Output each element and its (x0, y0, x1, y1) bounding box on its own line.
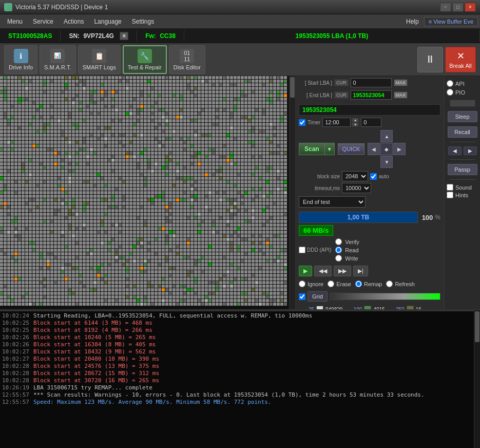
rwv-section: DDD (API) Verify Read Write (299, 238, 440, 262)
nav-left-button[interactable]: ◀ (368, 143, 380, 155)
drive-fw: CC38 (160, 32, 176, 40)
log-content[interactable]: 10:02:24Starting Reading, LBA=0..1953523… (0, 310, 474, 448)
sn-x-button[interactable]: × (120, 32, 128, 40)
play-button[interactable]: ▶ (299, 266, 312, 276)
log-line: 10:02:26Block start at 10240 (5 MB) = 26… (2, 334, 472, 341)
sleep-button[interactable]: Sleep (448, 111, 477, 122)
drive-model: ST31000528AS (0, 30, 61, 42)
log-time: 10:02:27 (2, 356, 29, 362)
log-scroll-thumb[interactable] (475, 311, 479, 342)
scan-dropdown-button[interactable]: ▼ (325, 143, 335, 155)
hints-row: Hints (447, 192, 478, 198)
test-repair-icon: 🔧 (138, 49, 152, 63)
refresh-label: Refresh (395, 281, 415, 287)
write-radio[interactable] (335, 255, 342, 262)
legend-items: 25 949829 100 4015 250 16 1,0s 9 (299, 306, 440, 309)
verify-label: Verify (345, 239, 359, 245)
timeout-select[interactable]: 10000 (342, 183, 371, 193)
remap-radio[interactable] (355, 281, 362, 287)
log-scrollbar[interactable] (474, 310, 480, 448)
passp-button[interactable]: Passp (448, 164, 477, 175)
write-label: Write (345, 255, 358, 262)
ignore-radio[interactable] (299, 281, 305, 287)
read-radio[interactable] (335, 247, 342, 253)
time-down-button[interactable]: ▼ (352, 122, 359, 127)
disk-editor-button[interactable]: 0111 Disk Editor (169, 45, 205, 74)
start-cur-badge: CUR (334, 79, 349, 86)
erase-radio[interactable] (328, 281, 334, 287)
menu-item-menu[interactable]: Menu (2, 16, 28, 27)
pio-radio[interactable] (447, 89, 453, 96)
scan-button[interactable]: Scan (299, 143, 325, 155)
menu-item-actions[interactable]: Actions (59, 16, 89, 27)
grid-checkbox[interactable] (299, 293, 305, 300)
app-icon (4, 3, 12, 11)
write-radio-row: Write (335, 255, 359, 262)
log-time: 10:02:25 (2, 327, 29, 333)
ignore-row: Ignore (299, 281, 323, 287)
maximize-button[interactable]: □ (452, 3, 464, 12)
ier-group: Ignore Erase Remap Refresh (299, 281, 440, 287)
break-all-button[interactable]: ✕ Break All (445, 47, 476, 72)
quick-button[interactable]: QUICK (338, 143, 365, 155)
auto-checkbox[interactable] (370, 173, 377, 180)
close-button[interactable]: × (465, 3, 476, 12)
pio-radio-row: PIO (447, 89, 478, 96)
block-size-select[interactable]: 2048 (342, 171, 368, 181)
menu-item-language[interactable]: Language (89, 16, 126, 27)
time-control: ▲ ▼ (322, 118, 359, 127)
start-lba-input[interactable] (351, 78, 392, 87)
ignore-label: Ignore (308, 281, 323, 287)
fast-forward-button[interactable]: ▶▶ (334, 266, 351, 276)
scan-nav-row: Scan ▼ QUICK ▲ ◀ ◆ ▶ ▼ (299, 130, 440, 168)
timer-checkbox[interactable] (299, 119, 305, 126)
scan-visualization (0, 76, 295, 309)
view-buffer-label: View Buffer Eve (433, 18, 473, 25)
scroll-thumb[interactable] (290, 77, 295, 98)
sound-hints-section: Sound Hints (447, 184, 478, 198)
view-buffer-button[interactable]: ≡ View Buffer Eve (424, 17, 478, 26)
recall-button[interactable]: Recall (448, 126, 477, 138)
nav-down-button[interactable]: ▼ (380, 156, 393, 168)
time-spinner[interactable]: ▲ ▼ (352, 118, 359, 127)
nav-up-button[interactable]: ▲ (380, 130, 393, 142)
drive-info-button[interactable]: ℹ Drive Info (4, 45, 37, 74)
end-cur-badge: CUR (334, 91, 349, 99)
erase-row: Erase (328, 281, 351, 287)
sound-label: Sound (455, 184, 472, 191)
minimize-button[interactable]: − (440, 3, 451, 12)
nav-empty-tr (393, 130, 406, 142)
block-size-row: block size 2048 auto (299, 171, 440, 181)
sound-checkbox[interactable] (447, 184, 453, 191)
end-of-test-select[interactable]: End of test Stop Repeat (299, 196, 366, 208)
verify-radio[interactable] (335, 238, 342, 245)
menu-item-service[interactable]: Service (28, 16, 59, 27)
time-up-button[interactable]: ▲ (352, 118, 359, 122)
end-lba-input[interactable] (351, 90, 392, 100)
nav-center-button[interactable]: ◆ (380, 143, 393, 155)
mini-btn-1[interactable]: ◀ (448, 146, 462, 155)
nav-empty-tl (368, 130, 380, 142)
sn-label: SN: (69, 32, 80, 40)
legend-section: 25 949829 100 4015 250 16 1,0s 9 (299, 306, 440, 309)
scan-scrollbar[interactable] (289, 76, 295, 309)
menu-item-settings[interactable]: Settings (127, 16, 159, 27)
api-radio[interactable] (447, 80, 453, 87)
timer-value-input[interactable] (361, 118, 381, 127)
rewind-button[interactable]: ◀◀ (314, 266, 332, 276)
ddd-checkbox[interactable] (299, 247, 305, 253)
refresh-radio[interactable] (386, 281, 393, 287)
hints-checkbox[interactable] (447, 192, 453, 198)
smart-logs-button[interactable]: 📋 SMART Logs (78, 45, 121, 74)
smart-button[interactable]: 📊 S.M.A.R.T. (40, 45, 76, 74)
log-line: 10:02:27Block start at 20480 (10 MB) = 3… (2, 356, 472, 362)
pause-button[interactable]: ⏸ (417, 47, 443, 72)
menu-item-help[interactable]: Help (401, 16, 424, 27)
mini-btn-2[interactable]: ▶ (464, 146, 477, 155)
log-text: Block start at 10240 (5 MB) = 265 ms (33, 334, 156, 341)
test-repair-button[interactable]: 🔧 Test & Repair (123, 45, 167, 74)
nav-right-button[interactable]: ▶ (393, 143, 406, 155)
time-input[interactable] (322, 118, 351, 127)
skip-end-button[interactable]: ▶| (353, 266, 368, 276)
grid-button[interactable]: Grid (308, 291, 328, 302)
